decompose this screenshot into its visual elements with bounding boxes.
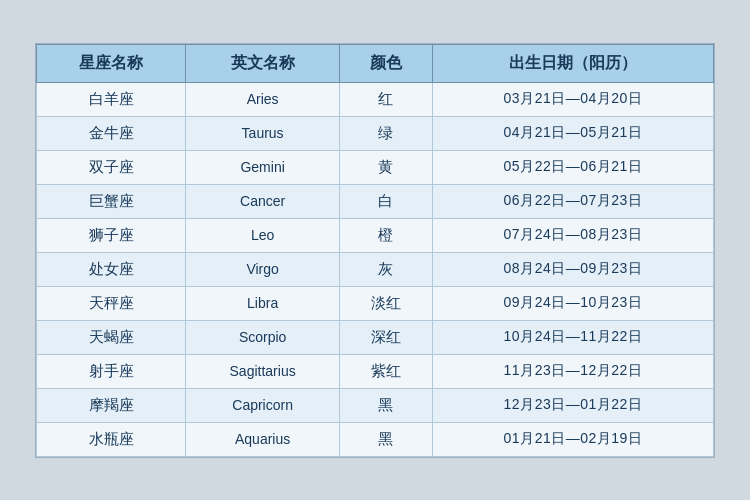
cell-color: 灰 xyxy=(339,252,432,286)
cell-english-name: Virgo xyxy=(186,252,339,286)
cell-dates: 09月24日—10月23日 xyxy=(432,286,713,320)
table-header-row: 星座名称 英文名称 颜色 出生日期（阳历） xyxy=(37,44,714,82)
cell-dates: 10月24日—11月22日 xyxy=(432,320,713,354)
cell-english-name: Aries xyxy=(186,82,339,116)
cell-chinese-name: 巨蟹座 xyxy=(37,184,186,218)
cell-chinese-name: 金牛座 xyxy=(37,116,186,150)
cell-chinese-name: 白羊座 xyxy=(37,82,186,116)
cell-dates: 07月24日—08月23日 xyxy=(432,218,713,252)
cell-english-name: Capricorn xyxy=(186,388,339,422)
table-body: 白羊座Aries红03月21日—04月20日金牛座Taurus绿04月21日—0… xyxy=(37,82,714,456)
cell-color: 紫红 xyxy=(339,354,432,388)
table-row: 白羊座Aries红03月21日—04月20日 xyxy=(37,82,714,116)
cell-color: 黄 xyxy=(339,150,432,184)
cell-color: 黑 xyxy=(339,388,432,422)
cell-chinese-name: 摩羯座 xyxy=(37,388,186,422)
table-row: 水瓶座Aquarius黑01月21日—02月19日 xyxy=(37,422,714,456)
cell-chinese-name: 天秤座 xyxy=(37,286,186,320)
cell-color: 深红 xyxy=(339,320,432,354)
cell-chinese-name: 水瓶座 xyxy=(37,422,186,456)
table-row: 摩羯座Capricorn黑12月23日—01月22日 xyxy=(37,388,714,422)
cell-english-name: Cancer xyxy=(186,184,339,218)
cell-chinese-name: 处女座 xyxy=(37,252,186,286)
cell-color: 黑 xyxy=(339,422,432,456)
cell-english-name: Libra xyxy=(186,286,339,320)
cell-color: 淡红 xyxy=(339,286,432,320)
table-row: 巨蟹座Cancer白06月22日—07月23日 xyxy=(37,184,714,218)
cell-english-name: Aquarius xyxy=(186,422,339,456)
cell-dates: 01月21日—02月19日 xyxy=(432,422,713,456)
table-row: 天秤座Libra淡红09月24日—10月23日 xyxy=(37,286,714,320)
table-row: 天蝎座Scorpio深红10月24日—11月22日 xyxy=(37,320,714,354)
cell-english-name: Gemini xyxy=(186,150,339,184)
cell-dates: 03月21日—04月20日 xyxy=(432,82,713,116)
cell-dates: 08月24日—09月23日 xyxy=(432,252,713,286)
zodiac-table: 星座名称 英文名称 颜色 出生日期（阳历） 白羊座Aries红03月21日—04… xyxy=(36,44,714,457)
cell-dates: 06月22日—07月23日 xyxy=(432,184,713,218)
cell-chinese-name: 双子座 xyxy=(37,150,186,184)
header-color: 颜色 xyxy=(339,44,432,82)
cell-chinese-name: 射手座 xyxy=(37,354,186,388)
table-row: 狮子座Leo橙07月24日—08月23日 xyxy=(37,218,714,252)
cell-dates: 11月23日—12月22日 xyxy=(432,354,713,388)
zodiac-table-container: 星座名称 英文名称 颜色 出生日期（阳历） 白羊座Aries红03月21日—04… xyxy=(35,43,715,458)
cell-english-name: Leo xyxy=(186,218,339,252)
header-english-name: 英文名称 xyxy=(186,44,339,82)
cell-color: 绿 xyxy=(339,116,432,150)
cell-english-name: Taurus xyxy=(186,116,339,150)
header-dates: 出生日期（阳历） xyxy=(432,44,713,82)
table-row: 金牛座Taurus绿04月21日—05月21日 xyxy=(37,116,714,150)
cell-color: 橙 xyxy=(339,218,432,252)
header-chinese-name: 星座名称 xyxy=(37,44,186,82)
table-row: 处女座Virgo灰08月24日—09月23日 xyxy=(37,252,714,286)
cell-dates: 04月21日—05月21日 xyxy=(432,116,713,150)
cell-english-name: Sagittarius xyxy=(186,354,339,388)
cell-chinese-name: 天蝎座 xyxy=(37,320,186,354)
table-row: 双子座Gemini黄05月22日—06月21日 xyxy=(37,150,714,184)
cell-dates: 05月22日—06月21日 xyxy=(432,150,713,184)
cell-chinese-name: 狮子座 xyxy=(37,218,186,252)
cell-color: 红 xyxy=(339,82,432,116)
cell-english-name: Scorpio xyxy=(186,320,339,354)
cell-dates: 12月23日—01月22日 xyxy=(432,388,713,422)
cell-color: 白 xyxy=(339,184,432,218)
table-row: 射手座Sagittarius紫红11月23日—12月22日 xyxy=(37,354,714,388)
